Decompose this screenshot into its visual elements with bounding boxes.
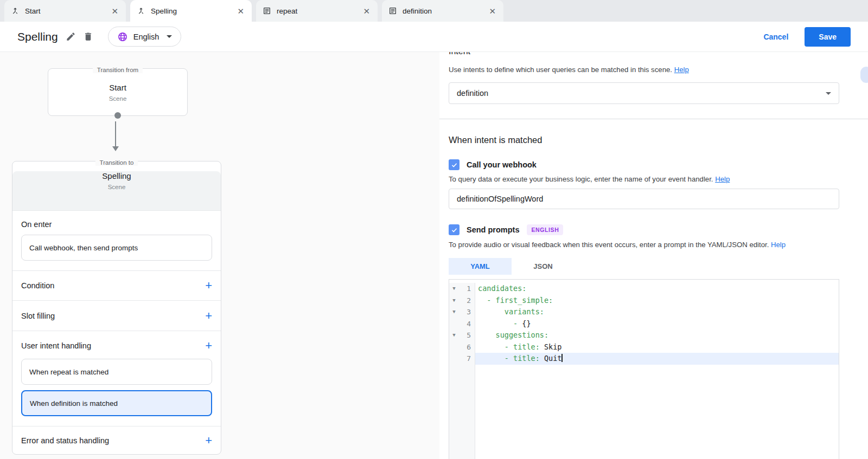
line-number: 2 xyxy=(459,295,475,307)
send-prompts-row: Send prompts ENGLISH xyxy=(449,224,868,235)
tab-bar: Start ✕ Spelling ✕ repeat ✕ definition ✕ xyxy=(0,0,868,22)
transition-arrow xyxy=(115,121,116,146)
add-error-handler-button[interactable]: + xyxy=(205,435,212,447)
editor-line-active[interactable]: 7 - title: Quit xyxy=(449,353,839,365)
add-slot-button[interactable]: + xyxy=(205,310,212,322)
close-icon[interactable]: ✕ xyxy=(110,6,119,16)
scene-flow-canvas: Transition from Start Scene Transition t… xyxy=(0,52,439,459)
prompts-description: To provide audio or visual feedback when… xyxy=(449,241,868,249)
tab-repeat[interactable]: repeat ✕ xyxy=(256,0,378,22)
page-title: Spelling xyxy=(17,30,58,43)
editor-line[interactable]: ▼ 1 candidates: xyxy=(449,283,839,295)
intent-heading-clipped: Intent xyxy=(449,52,868,57)
handler-item-label: When definition is matched xyxy=(30,399,118,408)
edit-icon[interactable] xyxy=(66,31,76,42)
tab-label: Start xyxy=(25,7,110,15)
handler-item-label: Call webhook, then send prompts xyxy=(29,244,138,252)
transition-from-card[interactable]: Transition from Start Scene xyxy=(48,68,188,116)
fold-arrow-icon[interactable]: ▼ xyxy=(449,283,459,295)
tab-yaml[interactable]: YAML xyxy=(449,258,512,275)
line-number: 1 xyxy=(459,283,475,295)
yaml-editor[interactable]: ▼ 1 candidates: ▼ 2 - first_simple: ▼ 3 … xyxy=(449,279,839,459)
editor-line[interactable]: 4 - {} xyxy=(449,318,839,330)
fold-arrow-icon[interactable]: ▼ xyxy=(449,295,459,307)
intent-handler-definition[interactable]: When definition is matched xyxy=(21,390,212,416)
delete-icon[interactable] xyxy=(83,31,94,42)
scene-name: Spelling xyxy=(12,171,221,180)
editor-line[interactable]: ▼ 2 - first_simple: xyxy=(449,295,839,307)
webhook-description: To query data or execute your business l… xyxy=(449,175,868,183)
transition-from-legend: Transition from xyxy=(48,64,187,74)
tab-json[interactable]: JSON xyxy=(512,258,575,275)
error-handling-label: Error and status handling xyxy=(21,436,109,445)
slot-filling-label: Slot filling xyxy=(21,312,55,320)
scene-type-label: Scene xyxy=(12,184,221,190)
line-number: 4 xyxy=(459,318,475,330)
intent-description: Use intents to define which user queries… xyxy=(449,66,868,74)
on-enter-section: On enter Call webhook, then send prompts xyxy=(12,211,221,271)
fold-arrow-icon[interactable]: ▼ xyxy=(449,306,459,318)
globe-icon xyxy=(117,31,128,42)
add-intent-handler-button[interactable]: + xyxy=(205,340,212,352)
webhook-help-link[interactable]: Help xyxy=(715,175,730,183)
scene-flow-icon xyxy=(137,7,145,15)
scene-name: Start xyxy=(48,83,187,92)
send-prompts-checkbox[interactable] xyxy=(449,224,459,235)
language-value: English xyxy=(133,33,159,41)
line-number: 5 xyxy=(459,329,475,341)
section-divider xyxy=(439,119,868,119)
editor-empty-area[interactable] xyxy=(449,365,839,459)
scene-type-label: Scene xyxy=(48,95,187,102)
scrollbar-thumb[interactable] xyxy=(860,67,868,83)
tab-start[interactable]: Start ✕ xyxy=(4,0,126,22)
intent-select-value: definition xyxy=(457,89,826,98)
event-handler-input[interactable] xyxy=(449,189,839,209)
cancel-button[interactable]: Cancel xyxy=(763,33,788,41)
language-selector[interactable]: English xyxy=(108,27,182,47)
intent-help-link[interactable]: Help xyxy=(674,66,689,74)
editor-line[interactable]: ▼ 3 variants: xyxy=(449,306,839,318)
user-intent-label: User intent handling xyxy=(21,341,91,350)
line-number: 3 xyxy=(459,306,475,318)
chevron-down-icon xyxy=(826,92,831,95)
close-icon[interactable]: ✕ xyxy=(362,6,371,16)
line-number: 6 xyxy=(459,341,475,353)
condition-section: Condition + xyxy=(12,271,221,301)
tab-definition[interactable]: definition ✕ xyxy=(382,0,503,22)
condition-label: Condition xyxy=(21,281,54,290)
close-icon[interactable]: ✕ xyxy=(236,6,245,16)
chevron-down-icon xyxy=(167,35,172,38)
language-badge: ENGLISH xyxy=(527,224,563,235)
fold-arrow-icon[interactable]: ▼ xyxy=(449,329,459,341)
close-icon[interactable]: ✕ xyxy=(488,6,497,16)
tab-label: definition xyxy=(403,7,488,15)
line-number: 7 xyxy=(459,353,475,365)
send-prompts-label: Send prompts xyxy=(467,225,519,234)
intent-select[interactable]: definition xyxy=(449,82,839,104)
intent-detail-panel: Intent Use intents to define which user … xyxy=(439,52,868,459)
call-webhook-checkbox[interactable] xyxy=(449,159,459,170)
document-icon xyxy=(263,7,271,15)
intent-handler-repeat[interactable]: When repeat is matched xyxy=(21,359,212,385)
transition-to-legend: Transition to xyxy=(12,157,221,167)
call-webhook-row: Call your webhook xyxy=(449,159,868,170)
tab-label: repeat xyxy=(277,7,362,15)
scene-flow-icon xyxy=(11,7,20,15)
tab-spelling[interactable]: Spelling ✕ xyxy=(130,0,252,22)
editor-line[interactable]: ▼ 5 suggestions: xyxy=(449,329,839,341)
prompts-help-link[interactable]: Help xyxy=(771,241,786,249)
error-handling-section: Error and status handling + xyxy=(12,426,221,454)
when-intent-matched-heading: When intent is matched xyxy=(449,135,868,145)
on-enter-label: On enter xyxy=(21,220,212,229)
transition-connector-dot[interactable] xyxy=(114,112,121,119)
save-button[interactable]: Save xyxy=(805,27,851,47)
document-icon xyxy=(388,7,397,15)
user-intent-section: User intent handling + When repeat is ma… xyxy=(12,331,221,426)
on-enter-handler-item[interactable]: Call webhook, then send prompts xyxy=(21,235,212,261)
call-webhook-label: Call your webhook xyxy=(467,160,537,169)
slot-filling-section: Slot filling + xyxy=(12,301,221,331)
text-cursor xyxy=(561,354,563,362)
add-condition-button[interactable]: + xyxy=(205,280,212,292)
transition-to-card[interactable]: Transition to Spelling Scene On enter Ca… xyxy=(12,161,221,455)
editor-line[interactable]: 6 - title: Skip xyxy=(449,341,839,353)
